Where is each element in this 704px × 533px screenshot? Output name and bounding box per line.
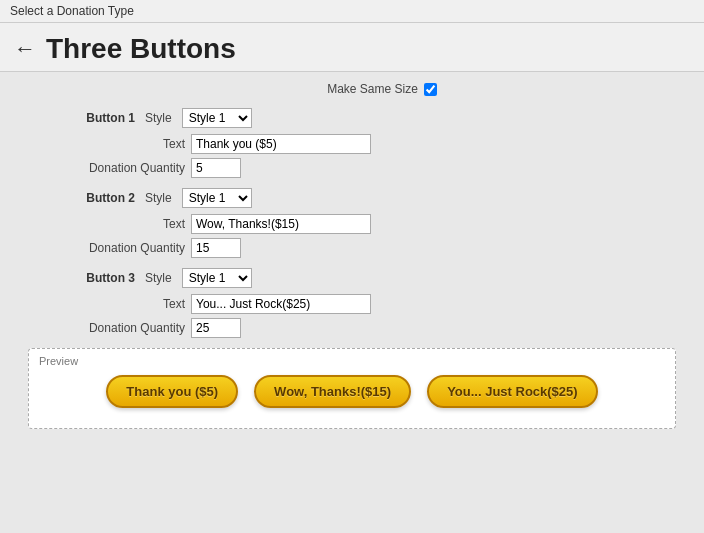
- button1-text-label: Text: [85, 137, 185, 151]
- top-bar: Select a Donation Type: [0, 0, 704, 23]
- button1-header: Button 1 Style Style 1 Style 2 Style 3: [80, 108, 684, 128]
- button2-style-select[interactable]: Style 1 Style 2 Style 3: [182, 188, 252, 208]
- top-bar-label: Select a Donation Type: [10, 4, 134, 18]
- button2-label: Button 2: [80, 191, 135, 205]
- button1-label: Button 1: [80, 111, 135, 125]
- make-same-size-label: Make Same Size: [327, 82, 418, 96]
- button2-text-label: Text: [85, 217, 185, 231]
- button2-qty-input[interactable]: [191, 238, 241, 258]
- button3-label: Button 3: [80, 271, 135, 285]
- button3-qty-label: Donation Quantity: [85, 321, 185, 335]
- main-content: Make Same Size Button 1 Style Style 1 St…: [0, 72, 704, 439]
- button2-section: Button 2 Style Style 1 Style 2 Style 3 T…: [20, 188, 684, 258]
- preview-buttons: Thank you ($5) Wow, Thanks!($15) You... …: [39, 375, 665, 408]
- preview-box: Preview Thank you ($5) Wow, Thanks!($15)…: [28, 348, 676, 429]
- header: ← Three Buttons: [0, 23, 704, 72]
- button1-style-label: Style: [145, 111, 172, 125]
- button1-qty-label: Donation Quantity: [85, 161, 185, 175]
- preview-btn2[interactable]: Wow, Thanks!($15): [254, 375, 411, 408]
- button2-style-label: Style: [145, 191, 172, 205]
- button3-qty-row: Donation Quantity: [85, 318, 684, 338]
- button2-qty-label: Donation Quantity: [85, 241, 185, 255]
- button2-qty-row: Donation Quantity: [85, 238, 684, 258]
- make-same-size-row: Make Same Size: [80, 82, 684, 96]
- button3-header: Button 3 Style Style 1 Style 2 Style 3: [80, 268, 684, 288]
- button1-text-input[interactable]: [191, 134, 371, 154]
- button1-section: Button 1 Style Style 1 Style 2 Style 3 T…: [20, 108, 684, 178]
- button3-style-select[interactable]: Style 1 Style 2 Style 3: [182, 268, 252, 288]
- button1-qty-row: Donation Quantity: [85, 158, 684, 178]
- make-same-size-checkbox[interactable]: [424, 83, 437, 96]
- button3-section: Button 3 Style Style 1 Style 2 Style 3 T…: [20, 268, 684, 338]
- button3-qty-input[interactable]: [191, 318, 241, 338]
- back-arrow-icon[interactable]: ←: [14, 36, 36, 62]
- button3-style-label: Style: [145, 271, 172, 285]
- button1-qty-input[interactable]: [191, 158, 241, 178]
- button2-text-row: Text: [85, 214, 684, 234]
- button2-text-input[interactable]: [191, 214, 371, 234]
- preview-label: Preview: [39, 355, 78, 367]
- button3-text-input[interactable]: [191, 294, 371, 314]
- button3-text-label: Text: [85, 297, 185, 311]
- preview-btn1[interactable]: Thank you ($5): [106, 375, 238, 408]
- preview-btn3[interactable]: You... Just Rock($25): [427, 375, 598, 408]
- button2-header: Button 2 Style Style 1 Style 2 Style 3: [80, 188, 684, 208]
- button1-style-select[interactable]: Style 1 Style 2 Style 3: [182, 108, 252, 128]
- button3-text-row: Text: [85, 294, 684, 314]
- page-title: Three Buttons: [46, 33, 236, 65]
- button1-text-row: Text: [85, 134, 684, 154]
